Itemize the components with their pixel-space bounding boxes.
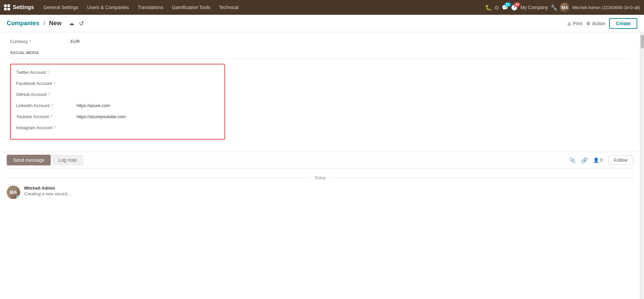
social-media-box: Twitter Account ? Facebook Account ? xyxy=(10,64,225,140)
breadcrumb-separator: / xyxy=(43,20,45,27)
user-avatar[interactable]: MA xyxy=(560,3,569,12)
message-author-name: Mitchell Admin xyxy=(24,186,71,191)
youtube-field-row: Youtube Account ? xyxy=(16,113,219,120)
currency-tooltip[interactable]: ? xyxy=(29,39,32,44)
github-input[interactable] xyxy=(77,92,219,97)
followers-count-wrap: 👤 0 xyxy=(593,157,603,163)
linkedin-tooltip[interactable]: ? xyxy=(51,103,53,108)
today-line-left xyxy=(7,178,310,178)
chat-badge-wrap[interactable]: 💬 21 xyxy=(502,4,508,11)
nav-translations[interactable]: Translations xyxy=(134,3,167,12)
nav-general-settings[interactable]: General Settings xyxy=(39,3,82,12)
msg-tab-right: 📎 🔗 👤 0 Follow xyxy=(569,155,633,165)
breadcrumb-current: New xyxy=(49,20,61,27)
upload-icon-btn[interactable] xyxy=(68,18,76,29)
breadcrumb-left: Companies / New xyxy=(7,18,85,29)
company-selector[interactable]: My Company xyxy=(520,5,548,10)
social-media-title: SOCIAL MEDIA xyxy=(10,51,630,55)
print-icon xyxy=(567,21,571,26)
send-message-tab[interactable]: Send message xyxy=(7,155,51,165)
topnav-menu: General Settings Users & Companies Trans… xyxy=(39,3,484,12)
today-divider: Today xyxy=(7,175,633,180)
facebook-field-row: Facebook Account ? xyxy=(16,80,219,87)
linkedin-input[interactable] xyxy=(77,103,219,108)
twitter-input[interactable] xyxy=(77,70,219,75)
youtube-tooltip[interactable]: ? xyxy=(50,114,52,119)
refresh-icon-btn[interactable] xyxy=(78,18,85,29)
follow-button[interactable]: Follow xyxy=(608,155,633,165)
facebook-input[interactable] xyxy=(77,81,219,86)
instagram-field-row: Instagram Account ? xyxy=(16,124,219,132)
wrench-icon[interactable]: 🔧 xyxy=(551,4,557,11)
action-gear-icon xyxy=(586,21,591,26)
action-button[interactable]: Action xyxy=(586,21,605,26)
github-label: GitHub Account ? xyxy=(16,92,77,97)
breadcrumb-actions xyxy=(68,18,85,29)
message-text: Creating a new record... xyxy=(24,191,71,196)
currency-field-row: Currency ? EUR xyxy=(10,38,630,45)
activity-badge-wrap[interactable]: 🕐 44 xyxy=(511,4,518,11)
instagram-tooltip[interactable]: ? xyxy=(54,126,56,130)
link-icon-btn[interactable]: 🔗 xyxy=(581,157,588,163)
twitter-field-row: Twitter Account ? xyxy=(16,68,219,76)
breadcrumb-bar: Companies / New Print Action Create xyxy=(0,15,644,32)
bug-icon[interactable]: 🐛 xyxy=(485,4,492,11)
circle-icon[interactable]: ⊙ xyxy=(495,4,499,11)
github-field-row: GitHub Account ? xyxy=(16,91,219,98)
linkedin-label: LinkedIn Account ? xyxy=(16,103,77,108)
nav-gamification[interactable]: Gamification Tools xyxy=(168,3,214,12)
scrollbar-thumb[interactable] xyxy=(641,35,644,48)
youtube-input[interactable] xyxy=(77,114,219,119)
create-button[interactable]: Create xyxy=(609,18,637,29)
message-area: Send message Log note 📎 🔗 👤 0 Follow xyxy=(0,152,640,204)
today-line-right xyxy=(330,178,633,178)
github-tooltip[interactable]: ? xyxy=(48,92,50,97)
facebook-tooltip[interactable]: ? xyxy=(53,81,56,86)
facebook-label: Facebook Account ? xyxy=(16,81,77,86)
instagram-input[interactable] xyxy=(77,125,219,130)
twitter-label: Twitter Account ? xyxy=(16,70,77,75)
breadcrumb-right: Print Action Create xyxy=(567,18,637,29)
message-author-avatar: MA xyxy=(7,186,20,199)
paperclip-icon: 📎 xyxy=(569,157,576,163)
activity-badge: 44 xyxy=(514,2,520,7)
linkedin-field-row: LinkedIn Account ? xyxy=(16,102,219,109)
username-label[interactable]: Mitchell Admin (22263690-16-0-all) xyxy=(572,5,640,10)
print-button[interactable]: Print xyxy=(567,21,583,26)
app-grid-icon xyxy=(4,4,10,10)
message-entry: MA Mitchell Admin Creating a new record.… xyxy=(7,186,633,204)
upload-icon xyxy=(69,20,74,26)
today-label: Today xyxy=(314,175,326,180)
link-icon: 🔗 xyxy=(581,157,588,163)
topnav-right: 🐛 ⊙ 💬 21 🕐 44 My Company 🔧 MA Mitchell A… xyxy=(485,3,640,12)
twitter-tooltip[interactable]: ? xyxy=(47,70,49,75)
form-section: Currency ? EUR SOCIAL MEDIA Twitter Acco… xyxy=(0,32,640,152)
app-name: Settings xyxy=(13,4,34,10)
paperclip-icon-btn[interactable]: 📎 xyxy=(569,157,576,163)
currency-value: EUR xyxy=(71,39,80,44)
followers-count: 0 xyxy=(600,157,603,163)
refresh-icon xyxy=(79,21,84,27)
online-indicator xyxy=(16,195,20,199)
section-divider xyxy=(10,59,630,59)
log-note-tab[interactable]: Log note xyxy=(52,155,83,165)
message-content: Mitchell Admin Creating a new record... xyxy=(24,186,71,199)
breadcrumb-parent[interactable]: Companies xyxy=(7,20,39,27)
scrollbar-track[interactable] xyxy=(640,32,644,299)
youtube-label: Youtube Account ? xyxy=(16,114,77,119)
form-area: Currency ? EUR SOCIAL MEDIA Twitter Acco… xyxy=(0,32,640,299)
person-icon: 👤 xyxy=(593,157,599,163)
instagram-label: Instagram Account ? xyxy=(16,125,77,130)
nav-users-companies[interactable]: Users & Companies xyxy=(83,3,133,12)
app-brand[interactable]: Settings xyxy=(4,4,34,10)
topnav: Settings General Settings Users & Compan… xyxy=(0,0,644,15)
main-content: Currency ? EUR SOCIAL MEDIA Twitter Acco… xyxy=(0,32,644,299)
nav-technical[interactable]: Technical xyxy=(215,3,243,12)
chat-badge: 21 xyxy=(505,2,511,7)
currency-label: Currency ? xyxy=(10,39,71,44)
message-tabs: Send message Log note 📎 🔗 👤 0 Follow xyxy=(7,152,633,168)
